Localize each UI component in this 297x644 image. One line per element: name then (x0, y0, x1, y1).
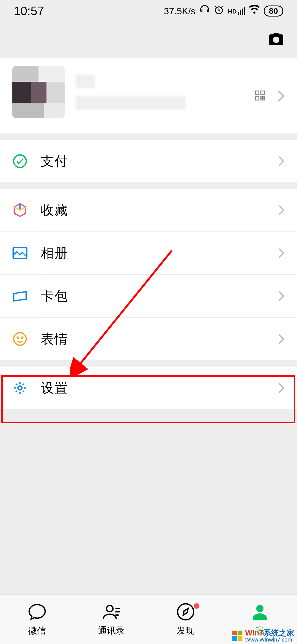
status-net-speed: 37.5K/s (164, 6, 196, 17)
svg-rect-6 (263, 97, 265, 98)
svg-rect-1 (255, 91, 259, 95)
menu-item-cards[interactable]: 卡包 (0, 275, 297, 317)
alarm-icon (214, 5, 224, 17)
chevron-right-icon (278, 156, 285, 167)
tab-label: 通讯录 (98, 625, 125, 637)
chevron-right-icon (277, 90, 285, 102)
settings-icon (12, 380, 28, 395)
chevron-right-icon (278, 383, 285, 394)
svg-point-8 (14, 155, 26, 168)
svg-rect-5 (263, 99, 265, 100)
menu-item-favorites[interactable]: 收藏 (0, 189, 297, 231)
notification-dot (193, 602, 200, 610)
svg-rect-3 (255, 97, 259, 100)
svg-point-12 (21, 337, 23, 339)
menu-label: 表情 (41, 330, 68, 348)
tab-label: 发现 (177, 625, 194, 637)
status-bar: 10:57 37.5K/s HD 80 (0, 0, 297, 22)
svg-point-10 (14, 333, 26, 345)
tab-me[interactable]: 我 (223, 595, 297, 644)
menu-label: 相册 (41, 244, 68, 262)
svg-point-13 (18, 386, 22, 390)
tab-discover[interactable]: 发现 (148, 595, 223, 644)
status-time: 10:57 (14, 4, 44, 18)
menu-label: 设置 (41, 379, 68, 397)
album-icon (12, 245, 28, 261)
tab-chats[interactable]: 微信 (0, 595, 74, 644)
sticker-icon (12, 331, 28, 346)
svg-marker-21 (183, 608, 188, 615)
tab-contacts[interactable]: 通讯录 (74, 595, 148, 644)
contacts-icon (102, 602, 121, 623)
svg-point-20 (178, 604, 194, 620)
menu-label: 支付 (41, 152, 68, 170)
profile-card[interactable] (0, 58, 297, 133)
svg-rect-7 (261, 99, 263, 100)
cards-icon (12, 288, 28, 304)
profile-info (76, 75, 285, 110)
avatar (12, 66, 65, 118)
chevron-right-icon (278, 205, 285, 216)
tab-label: 我 (255, 625, 264, 637)
chats-icon (28, 602, 47, 623)
tab-bar: 微信 通讯录 发现 我 (0, 594, 297, 644)
svg-point-22 (256, 605, 263, 612)
chevron-right-icon (278, 291, 285, 302)
pay-icon (12, 154, 28, 169)
svg-rect-4 (261, 97, 263, 98)
menu-label: 卡包 (41, 287, 68, 305)
chevron-right-icon (278, 334, 285, 345)
discover-icon (176, 602, 195, 623)
svg-point-16 (107, 605, 113, 612)
headphones-icon (199, 5, 210, 17)
header-camera-row (0, 22, 297, 58)
tab-label: 微信 (28, 625, 46, 637)
svg-rect-2 (261, 91, 265, 95)
menu-item-album[interactable]: 相册 (0, 232, 297, 274)
menu-item-settings[interactable]: 设置 (0, 367, 297, 409)
menu-item-pay[interactable]: 支付 (0, 140, 297, 182)
favorites-icon (12, 203, 28, 218)
chevron-right-icon (278, 248, 285, 259)
menu-label: 收藏 (41, 201, 68, 219)
camera-icon[interactable] (268, 31, 285, 49)
menu-item-stickers[interactable]: 表情 (0, 318, 297, 360)
hd-signal-icon: HD (228, 7, 245, 15)
wifi-icon (249, 4, 260, 18)
qr-code-icon[interactable] (254, 89, 266, 103)
svg-point-11 (17, 337, 18, 339)
status-right: 37.5K/s HD 80 (164, 4, 283, 18)
me-icon (250, 602, 270, 623)
battery-indicator: 80 (264, 6, 283, 17)
